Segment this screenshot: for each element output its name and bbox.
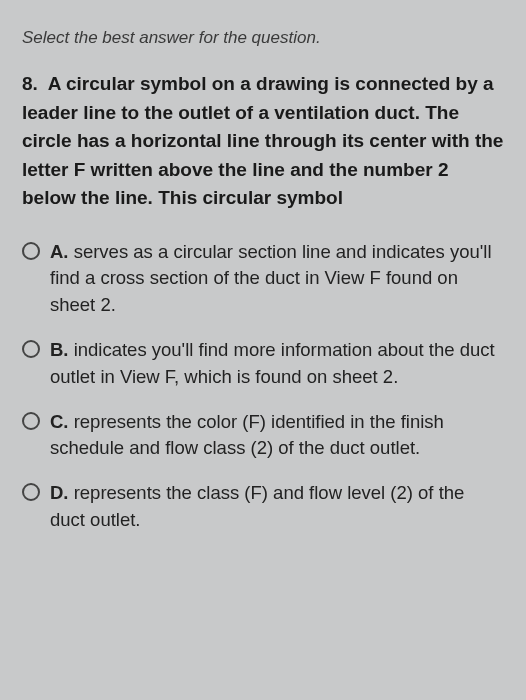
question-block: 8. A circular symbol on a drawing is con… bbox=[22, 70, 504, 213]
option-d[interactable]: D. represents the class (F) and flow lev… bbox=[22, 480, 504, 534]
option-b[interactable]: B. indicates you'll find more informatio… bbox=[22, 337, 504, 391]
option-b-body: indicates you'll find more information a… bbox=[50, 339, 495, 387]
option-b-letter: B. bbox=[50, 339, 69, 360]
radio-c[interactable] bbox=[22, 412, 40, 430]
options-list: A. serves as a circular section line and… bbox=[22, 239, 504, 534]
option-c-text: C. represents the color (F) identified i… bbox=[50, 409, 504, 463]
option-a-text: A. serves as a circular section line and… bbox=[50, 239, 504, 319]
option-d-letter: D. bbox=[50, 482, 69, 503]
option-d-body: represents the class (F) and flow level … bbox=[50, 482, 464, 530]
option-a-letter: A. bbox=[50, 241, 69, 262]
option-c-letter: C. bbox=[50, 411, 69, 432]
question-text: 8. A circular symbol on a drawing is con… bbox=[22, 70, 504, 213]
option-b-text: B. indicates you'll find more informatio… bbox=[50, 337, 504, 391]
option-a[interactable]: A. serves as a circular section line and… bbox=[22, 239, 504, 319]
option-a-body: serves as a circular section line and in… bbox=[50, 241, 492, 316]
radio-d[interactable] bbox=[22, 483, 40, 501]
radio-a[interactable] bbox=[22, 242, 40, 260]
question-number: 8. bbox=[22, 73, 38, 94]
option-c[interactable]: C. represents the color (F) identified i… bbox=[22, 409, 504, 463]
radio-b[interactable] bbox=[22, 340, 40, 358]
instruction-text: Select the best answer for the question. bbox=[22, 28, 504, 48]
option-c-body: represents the color (F) identified in t… bbox=[50, 411, 444, 459]
option-d-text: D. represents the class (F) and flow lev… bbox=[50, 480, 504, 534]
question-stem: A circular symbol on a drawing is connec… bbox=[22, 73, 503, 208]
